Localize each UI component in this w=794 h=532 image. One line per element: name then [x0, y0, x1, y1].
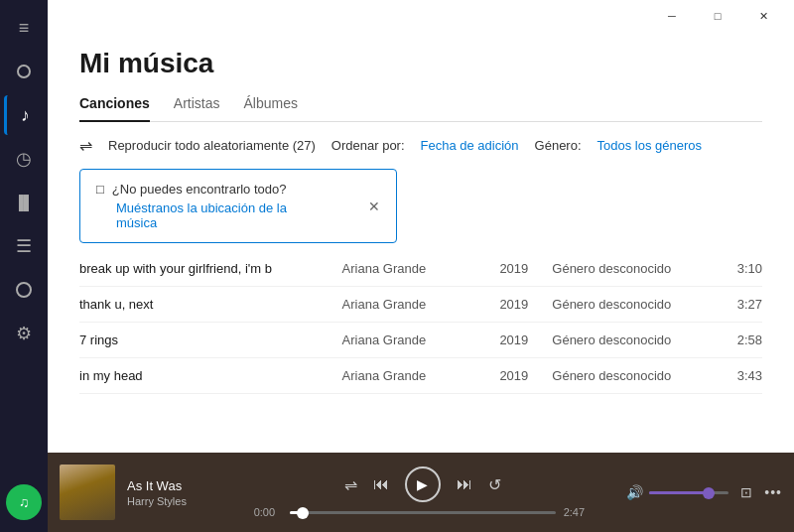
album-art-image: [60, 465, 115, 520]
song-title: 7 rings: [79, 332, 342, 347]
chart-icon: ▐▌: [14, 195, 34, 210]
sidebar-item-spotify[interactable]: ♫: [6, 484, 42, 520]
volume-icon[interactable]: 🔊: [626, 484, 643, 500]
current-time: 0:00: [254, 506, 282, 518]
menu-icon: ≡: [19, 18, 30, 39]
sort-label: Ordenar por:: [331, 138, 405, 153]
minimize-button[interactable]: ─: [649, 0, 695, 32]
song-artist: Ariana Grande: [342, 261, 500, 276]
song-year: 2019: [499, 297, 552, 312]
track-artist: Harry Styles: [127, 495, 226, 507]
notice-text: ¿No puedes encontrarlo todo?: [112, 182, 287, 197]
titlebar: ─ □ ✕: [48, 0, 794, 32]
cast-button[interactable]: ⊡: [740, 484, 752, 500]
tab-canciones[interactable]: Canciones: [79, 95, 150, 121]
sidebar: ≡ ♪ ◷ ▐▌ ☰ ⚙ ♫: [0, 0, 48, 532]
repeat-button[interactable]: ↺: [488, 475, 501, 494]
sort-value[interactable]: Fecha de adición: [421, 138, 519, 153]
song-year: 2019: [499, 261, 552, 276]
song-year: 2019: [499, 368, 552, 383]
table-row[interactable]: thank u, next Ariana Grande 2019 Género …: [79, 287, 762, 323]
volume-area: 🔊: [626, 484, 728, 500]
main-content: ─ □ ✕ Mi música Canciones Artistas Álbum…: [48, 0, 794, 532]
volume-bar[interactable]: [649, 491, 728, 494]
content-area: Mi música Canciones Artistas Álbumes ⇌ R…: [48, 32, 794, 453]
song-genre: Género desconocido: [552, 332, 710, 347]
sidebar-item-settings[interactable]: ⚙: [4, 314, 44, 353]
maximize-button[interactable]: □: [695, 0, 740, 32]
spotify-icon: ♫: [19, 494, 30, 510]
gear-icon: ⚙: [16, 323, 32, 344]
now-playing-bar: As It Was Harry Styles ⇌ ⏮ ▶ ⏭ ↺ 0:00 2:…: [48, 453, 794, 532]
notice-close-button[interactable]: ✕: [368, 199, 380, 214]
song-artist: Ariana Grande: [342, 332, 500, 347]
track-name: As It Was: [127, 478, 226, 493]
song-duration: 2:58: [710, 332, 762, 347]
search-icon: [17, 65, 31, 78]
album-art: [60, 465, 115, 520]
song-list: break up with your girlfriend, i'm b Ari…: [79, 251, 762, 453]
clock-icon: ◷: [16, 148, 32, 170]
song-year: 2019: [499, 332, 552, 347]
sidebar-item-recent[interactable]: ◷: [4, 139, 44, 179]
sidebar-item-profile[interactable]: [4, 270, 44, 310]
notice-link[interactable]: Muéstranos la ubicación de la música: [96, 200, 329, 230]
music-icon: ♪: [21, 105, 30, 126]
shuffle-icon: ⇌: [79, 136, 92, 155]
sidebar-item-list[interactable]: ☰: [4, 226, 44, 266]
more-button[interactable]: •••: [764, 484, 782, 500]
notice-icon: □: [96, 182, 104, 197]
table-row[interactable]: 7 rings Ariana Grande 2019 Género descon…: [79, 323, 762, 358]
song-duration: 3:10: [710, 261, 762, 276]
genre-label: Género:: [535, 138, 582, 153]
profile-icon: [16, 282, 32, 298]
song-genre: Género desconocido: [552, 297, 710, 312]
tab-albumes[interactable]: Álbumes: [244, 95, 298, 121]
shuffle-label[interactable]: Reproducir todo aleatoriamente (27): [108, 138, 316, 153]
song-title: in my head: [79, 368, 342, 383]
song-title: thank u, next: [79, 297, 342, 312]
song-title: break up with your girlfriend, i'm b: [79, 261, 342, 276]
previous-button[interactable]: ⏮: [373, 475, 389, 493]
table-row[interactable]: in my head Ariana Grande 2019 Género des…: [79, 358, 762, 394]
close-button[interactable]: ✕: [740, 0, 786, 32]
list-icon: ☰: [16, 235, 32, 257]
song-genre: Género desconocido: [552, 261, 710, 276]
song-artist: Ariana Grande: [342, 297, 500, 312]
sidebar-item-charts[interactable]: ▐▌: [4, 183, 44, 222]
notice-banner: □ ¿No puedes encontrarlo todo? Muéstrano…: [79, 169, 397, 243]
toolbar: ⇌ Reproducir todo aleatoriamente (27) Or…: [79, 122, 762, 169]
play-button[interactable]: ▶: [405, 466, 441, 502]
tabs-bar: Canciones Artistas Álbumes: [79, 95, 762, 122]
page-title: Mi música: [79, 48, 762, 79]
song-artist: Ariana Grande: [342, 368, 500, 383]
progress-bar[interactable]: [290, 511, 556, 514]
progress-thumb: [297, 507, 309, 519]
sidebar-item-search[interactable]: [4, 52, 44, 91]
control-buttons: ⇌ ⏮ ▶ ⏭ ↺: [344, 466, 501, 502]
progress-area: 0:00 2:47: [254, 506, 592, 518]
total-time: 2:47: [564, 506, 592, 518]
genre-value[interactable]: Todos los géneros: [597, 138, 703, 153]
playback-controls: ⇌ ⏮ ▶ ⏭ ↺ 0:00 2:47: [238, 466, 606, 518]
tab-artistas[interactable]: Artistas: [174, 95, 220, 121]
volume-fill: [649, 491, 709, 494]
notice-content: □ ¿No puedes encontrarlo todo? Muéstrano…: [96, 182, 329, 230]
table-row[interactable]: break up with your girlfriend, i'm b Ari…: [79, 251, 762, 287]
sidebar-item-music[interactable]: ♪: [4, 95, 44, 135]
song-genre: Género desconocido: [552, 368, 710, 383]
next-button[interactable]: ⏭: [457, 475, 472, 493]
song-duration: 3:43: [710, 368, 762, 383]
sidebar-item-menu[interactable]: ≡: [4, 8, 44, 48]
right-controls: 🔊 ⊡ •••: [626, 484, 782, 500]
shuffle-button[interactable]: ⇌: [344, 475, 357, 494]
volume-thumb: [703, 487, 715, 499]
track-info: As It Was Harry Styles: [127, 478, 226, 507]
song-duration: 3:27: [710, 297, 762, 312]
